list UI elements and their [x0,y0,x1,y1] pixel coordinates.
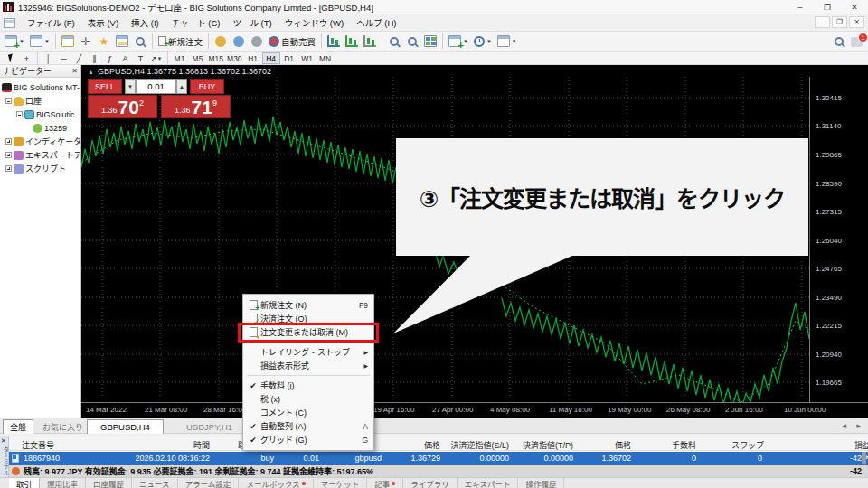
data-window-button[interactable]: ✛ [77,33,95,51]
child-restore-icon[interactable]: ❐ [832,16,847,28]
menu-help[interactable]: ヘルプ (H) [350,15,402,30]
timeframe-m5[interactable]: M5 [189,52,207,64]
tab-alerts[interactable]: アラーム設定 [178,478,240,488]
volume-down-icon[interactable]: ▼ [125,79,136,94]
news-button[interactable] [248,33,266,51]
expand-box-icon[interactable] [5,152,12,158]
collapse-box-icon[interactable] [5,98,12,104]
periods-button[interactable]: ▼ [446,33,471,51]
tab-trade[interactable]: 取引 [9,478,40,488]
tab-exposure[interactable]: 運用比率 [40,478,86,488]
buy-price-box[interactable]: 1.36 71 9 [161,95,231,118]
market-watch-button[interactable] [59,33,77,51]
label-tool[interactable]: T [133,52,148,65]
nav-item-scripts[interactable]: スクリプト [2,162,80,175]
vline-tool[interactable]: │ [41,52,56,65]
menu-view[interactable]: 表示 (V) [81,15,125,30]
menu-item-comments[interactable]: コメント (C) [243,406,373,419]
buy-button[interactable]: BUY [190,79,224,94]
menu-tools[interactable]: ツール (T) [226,15,278,30]
tab-mailbox[interactable]: メールボックス [239,478,313,488]
collapse-box-icon[interactable] [16,111,23,117]
child-close-icon[interactable]: ✕ [849,16,864,28]
timeframe-mn[interactable]: MN [316,52,335,64]
timeframe-m30[interactable]: M30 [225,52,244,64]
menu-item-profit-display[interactable]: 損益表示形式 ▶ [243,359,373,372]
menu-window[interactable]: ウィンドウ (W) [278,15,350,30]
timeframe-h1[interactable]: H1 [244,52,262,64]
tab-journal[interactable]: 操作履歴 [518,478,564,488]
menu-item-new-order[interactable]: 新規注文 (N) F9 [243,298,373,312]
timeframe-w1[interactable]: W1 [298,52,316,64]
sell-price-box[interactable]: 1.36 70 2 [88,95,157,118]
text-tool[interactable]: A [118,52,133,65]
nav-item-root[interactable]: BIG Solutions MT- [2,80,80,94]
new-order-button[interactable]: 新規注文 [156,33,205,51]
menu-insert[interactable]: 挿入 (I) [125,15,165,30]
community-button[interactable] [230,33,248,51]
trendline-tool[interactable]: ╱ [71,52,87,65]
notifications-icon[interactable]: 1 [851,37,863,47]
strategy-tester-button[interactable] [131,33,149,51]
chart-tab-gbpusd[interactable]: GBPUSD,H4 [87,419,164,434]
indicators-button[interactable] [325,33,343,51]
expand-box-icon[interactable] [5,165,12,172]
menu-item-grid[interactable]: ✔ グリッド (G) G [243,433,373,446]
zoom-out-button[interactable] [403,33,421,51]
tab-news[interactable]: ニュース [132,478,178,488]
tab-account-history[interactable]: 口座履歴 [86,478,132,488]
col-profit[interactable]: 損益 [807,439,868,451]
nav-item-login[interactable]: 13259 [2,121,80,135]
terminal-scrollbar[interactable] [862,452,866,464]
nav-item-accounts[interactable]: 口座 [2,94,80,108]
volume-up-icon[interactable]: ▲ [176,79,187,94]
timeframe-m15[interactable]: M15 [207,52,226,64]
terminal-close-icon[interactable]: ✕ [1,437,6,445]
zoom-in-button[interactable] [385,33,403,51]
navigator-tab-common[interactable]: 全般 [3,419,33,434]
crosshair-tool[interactable]: + [19,52,34,65]
col-order[interactable]: 注文番号 [22,439,54,451]
chart-window-icon[interactable] [4,18,15,28]
tab-library[interactable]: ライブラリ [403,478,458,488]
child-minimize-icon[interactable]: – [815,16,830,28]
objects-button[interactable] [361,33,379,51]
tab-articles[interactable]: 記事 [367,478,403,488]
tab-scroll-left-icon[interactable]: ◂ [842,421,846,430]
timeframe-h4[interactable]: H4 [262,52,280,64]
indicator-list-button[interactable] [343,33,361,51]
tab-scroll-right-icon[interactable]: ▸ [856,421,861,430]
menu-item-taxes[interactable]: 税 (x) [243,392,373,406]
menu-item-auto-arrange[interactable]: ✔ 自動整列 (A) A [243,419,373,433]
channel-tool[interactable]: ∥ [87,52,102,65]
hline-tool[interactable]: ─ [56,52,71,65]
restore-icon[interactable]: ❐ [814,0,841,14]
col-commission[interactable]: 手数料 [642,439,696,451]
navigator-close-icon[interactable]: ✕ [71,67,78,75]
chart-tab-usdjpy[interactable]: USDJPY,H1 [174,419,245,434]
profiles-button[interactable]: ▼ [27,33,52,51]
nav-item-experts[interactable]: エキスパートアド [2,148,80,162]
expand-box-icon[interactable] [5,138,12,145]
col-price-close[interactable]: 価格 [568,439,631,451]
col-time[interactable]: 時間 [127,439,210,451]
arrows-tool[interactable]: ↗▼ [148,52,165,65]
menu-file[interactable]: ファイル (F) [21,15,81,30]
tab-market[interactable]: マーケット [314,478,368,488]
navigator-button[interactable]: ★ [95,33,113,51]
search-icon[interactable] [835,37,844,46]
autoscroll-button[interactable]: ▼ [471,33,495,51]
close-icon[interactable]: ✕ [841,0,868,14]
order-row-selected[interactable]: 18867940 2026.02.10 08:16:22 buy 0.01 gb… [9,452,868,465]
cursor-tool[interactable] [4,52,19,65]
sell-button[interactable]: SELL [88,79,122,94]
tab-experts[interactable]: エキスパート [458,478,519,488]
minimize-icon[interactable]: – [787,0,814,14]
new-chart-button[interactable]: ▼ [2,33,27,51]
menu-item-commissions[interactable]: ✔ 手数料 (i) [243,379,373,392]
fibonacci-tool[interactable]: ƒ [102,52,118,65]
timeframe-d1[interactable]: D1 [280,52,298,64]
menu-item-trailing-stop[interactable]: トレイリング・ストップ ▶ [243,345,373,359]
metaeditor-button[interactable] [212,33,230,51]
collapse-icon[interactable]: ▲ [88,69,94,75]
